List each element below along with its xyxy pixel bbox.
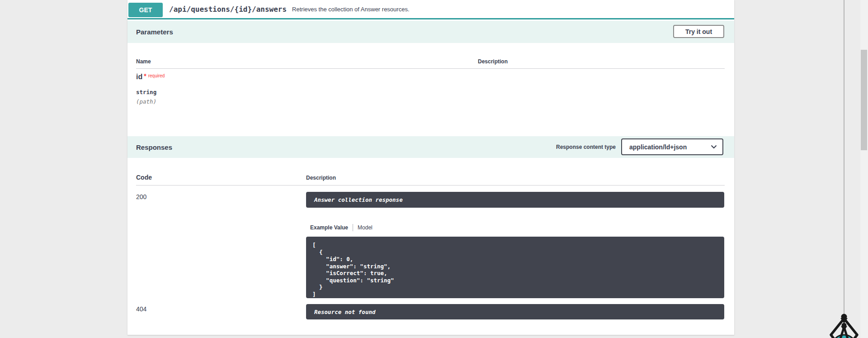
- responses-header-rule: [136, 185, 725, 186]
- parameter-name-text: id: [136, 73, 142, 81]
- parameters-title: Parameters: [136, 28, 173, 36]
- response-404-description: Resource not found: [306, 304, 724, 319]
- response-content-type-select[interactable]: application/ld+json: [621, 138, 723, 155]
- scrollbar[interactable]: [860, 0, 868, 338]
- example-json-block: [ { "id": 0, "answer": "string", "isCorr…: [306, 237, 724, 298]
- operation-summary-row[interactable]: GET /api/questions/{id}/answers Retrieve…: [127, 0, 734, 19]
- parameter-name: id*required: [136, 72, 165, 81]
- endpoint-summary: Retrieves the collection of Answer resou…: [292, 6, 409, 13]
- response-200-description: Answer collection response: [306, 192, 724, 208]
- operation-block: GET /api/questions/{id}/answers Retrieve…: [127, 0, 734, 335]
- chevron-down-icon: [711, 145, 717, 149]
- parameters-col-description: Description: [478, 58, 508, 65]
- required-label: required: [148, 73, 165, 78]
- try-it-out-button[interactable]: Try it out: [673, 25, 724, 38]
- swagger-ui-page: { "endpoint": { "method": "GET", "path":…: [0, 0, 868, 338]
- response-content-type-value: application/ld+json: [629, 143, 711, 151]
- parameters-col-name: Name: [136, 58, 151, 65]
- tab-divider: [353, 224, 353, 231]
- example-model-tabs: Example Value Model: [310, 224, 373, 232]
- http-method-badge: GET: [128, 3, 163, 17]
- tab-example-value[interactable]: Example Value: [310, 224, 348, 231]
- logo-plumb-line: [844, 0, 844, 315]
- api-platform-logo-icon: [827, 312, 861, 338]
- parameters-section-header: Parameters Try it out: [127, 21, 734, 43]
- responses-col-description: Description: [306, 175, 336, 181]
- parameters-header-rule: [136, 68, 725, 69]
- required-star: *: [144, 72, 146, 80]
- response-code-404: 404: [136, 305, 146, 313]
- scrollbar-thumb[interactable]: [861, 50, 867, 150]
- parameter-type: string: [136, 89, 156, 95]
- endpoint-path[interactable]: /api/questions/{id}/answers: [169, 5, 287, 14]
- responses-section-header: Responses Response content type applicat…: [127, 136, 734, 158]
- compass-icon: [827, 312, 861, 338]
- responses-title: Responses: [136, 143, 172, 151]
- response-code-200: 200: [136, 193, 146, 200]
- responses-col-code: Code: [136, 174, 152, 181]
- example-json-code: [ { "id": 0, "answer": "string", "isCorr…: [312, 242, 724, 298]
- response-content-type: Response content type application/ld+jso…: [556, 138, 723, 155]
- response-content-type-label: Response content type: [556, 144, 616, 150]
- tab-model[interactable]: Model: [358, 224, 373, 231]
- parameter-location: (path): [136, 98, 156, 105]
